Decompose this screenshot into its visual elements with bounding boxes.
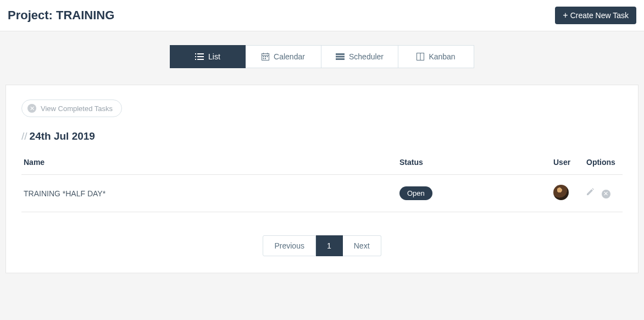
- task-panel: ✕ View Completed Tasks //24th Jul 2019 N…: [5, 85, 639, 273]
- view-completed-label: View Completed Tasks: [41, 104, 113, 113]
- col-name: Name: [21, 150, 397, 175]
- tab-list[interactable]: List: [170, 45, 246, 68]
- svg-rect-1: [197, 53, 204, 54]
- view-completed-button[interactable]: ✕ View Completed Tasks: [21, 100, 122, 117]
- tab-scheduler[interactable]: Scheduler: [321, 45, 398, 68]
- view-tabs: List Calendar Scheduler Kanban: [0, 45, 644, 68]
- task-table: Name Status User Options TRAINING *HALF …: [21, 150, 623, 212]
- slashes-decorator: //: [21, 130, 27, 142]
- tab-scheduler-label: Scheduler: [349, 52, 384, 61]
- kanban-icon: [417, 53, 424, 60]
- svg-rect-10: [263, 56, 264, 57]
- svg-rect-4: [195, 59, 196, 60]
- edit-icon[interactable]: [586, 188, 594, 196]
- page-prev-button[interactable]: Previous: [263, 235, 315, 256]
- date-text: 24th Jul 2019: [30, 130, 95, 142]
- page-next-button[interactable]: Next: [343, 235, 381, 256]
- svg-rect-11: [265, 56, 266, 57]
- svg-rect-2: [195, 56, 196, 57]
- calendar-icon: [262, 53, 269, 60]
- svg-rect-0: [195, 53, 196, 54]
- tab-calendar[interactable]: Calendar: [246, 45, 321, 68]
- delete-icon[interactable]: ✕: [602, 190, 610, 198]
- tab-kanban[interactable]: Kanban: [398, 45, 474, 68]
- col-options: Options: [584, 150, 623, 175]
- page-header: Project: TRAINING + Create New Task: [0, 0, 644, 31]
- page-title: Project: TRAINING: [8, 8, 114, 23]
- plus-icon: +: [563, 11, 568, 20]
- table-row[interactable]: TRAINING *HALF DAY* Open ✕: [21, 175, 623, 212]
- svg-rect-5: [197, 59, 204, 60]
- date-heading: //24th Jul 2019: [21, 130, 623, 142]
- svg-rect-3: [197, 56, 204, 57]
- avatar[interactable]: [553, 185, 569, 200]
- task-name: TRAINING *HALF DAY*: [21, 175, 397, 212]
- page-number-button[interactable]: 1: [316, 235, 343, 256]
- task-user-cell: [551, 175, 584, 212]
- svg-rect-12: [267, 56, 268, 57]
- status-badge: Open: [399, 186, 432, 200]
- tab-calendar-label: Calendar: [274, 52, 305, 61]
- svg-rect-14: [265, 58, 266, 59]
- create-task-label: Create New Task: [570, 11, 629, 20]
- col-user: User: [551, 150, 584, 175]
- pagination: Previous 1 Next: [21, 235, 623, 256]
- tab-kanban-label: Kanban: [429, 52, 455, 61]
- list-icon: [195, 53, 204, 60]
- col-status: Status: [397, 150, 551, 175]
- scheduler-icon: [336, 53, 345, 60]
- create-task-button[interactable]: + Create New Task: [555, 7, 636, 24]
- tab-list-label: List: [208, 52, 220, 61]
- svg-rect-13: [263, 58, 264, 59]
- svg-rect-16: [336, 56, 345, 58]
- task-status-cell: Open: [397, 175, 551, 212]
- task-options-cell: ✕: [584, 175, 623, 212]
- close-circle-icon: ✕: [27, 104, 36, 113]
- svg-rect-15: [336, 53, 345, 55]
- svg-rect-17: [336, 58, 345, 60]
